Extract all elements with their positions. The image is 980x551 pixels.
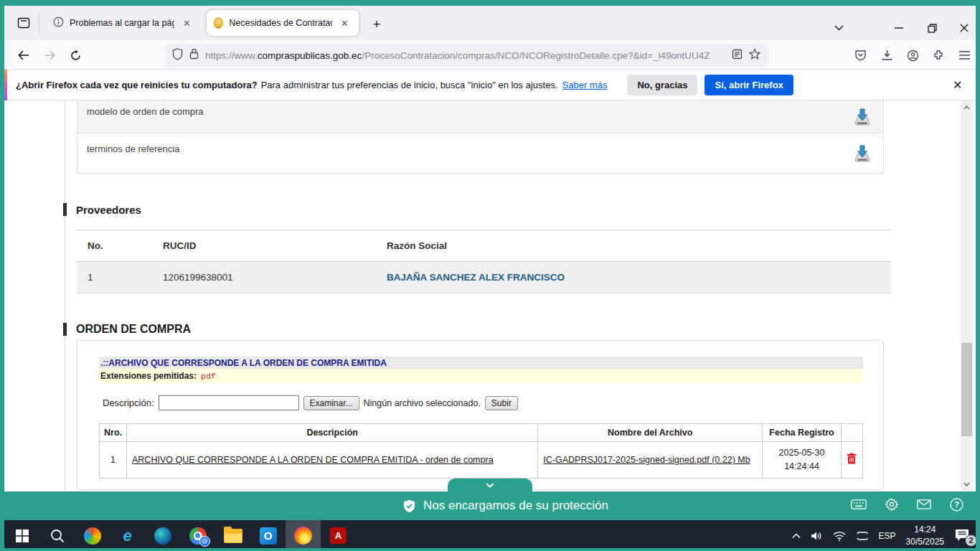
- url-text: https://www.compraspublicas.gob.ec/Proce…: [205, 50, 725, 61]
- lock-icon[interactable]: [189, 48, 199, 62]
- tab-title: Problemas al cargar la página: [70, 18, 174, 28]
- shield-icon[interactable]: [172, 48, 183, 63]
- col-nro: Nro.: [100, 424, 127, 442]
- no-gracias-button[interactable]: No, gracias: [627, 75, 697, 95]
- wifi-icon[interactable]: [833, 531, 846, 541]
- taskbar-file-explorer-icon[interactable]: [215, 520, 250, 551]
- razon-social-link[interactable]: BAJAÑA SANCHEZ ALEX FRANCISCO: [387, 272, 565, 283]
- menu-hamburger-icon[interactable]: [953, 46, 975, 65]
- cast-display-icon[interactable]: [856, 531, 869, 541]
- notification-close-icon[interactable]: ✕: [953, 78, 962, 92]
- no-file-text: Ningún archivo seleccionado.: [364, 398, 481, 408]
- notification-accent-stripe: [4, 70, 7, 100]
- notification-bar: ¿Abrir Firefox cada vez que reinicies tu…: [4, 70, 976, 100]
- settings-gear-icon[interactable]: [885, 498, 898, 514]
- navigation-toolbar: https://www.compraspublicas.gob.ec/Proce…: [4, 40, 976, 70]
- start-button[interactable]: [4, 520, 39, 551]
- tab-bar: Problemas al cargar la página ✕ Necesida…: [4, 6, 976, 40]
- protection-bar: Nos encargamos de su protección ?: [4, 491, 976, 520]
- notification-message: Para administrar tus preferencias de ini…: [261, 80, 558, 90]
- taskbar-search-icon[interactable]: [39, 520, 75, 551]
- screenshare-border-right: [976, 0, 980, 551]
- table-row: 1 ARCHIVO QUE CORRESPONDE A LA ORDEN DE …: [100, 442, 863, 479]
- attachment-row-modelo: modelo de orden de compra: [77, 100, 884, 133]
- tab-necesidades-active[interactable]: Necesidades de Contratación y ✕: [207, 10, 359, 36]
- shield-check-icon: [401, 498, 417, 514]
- proveedores-table: No. RUC/ID Razón Social 1 1206199638001 …: [77, 230, 891, 293]
- taskbar-firefox-icon[interactable]: [286, 520, 321, 551]
- taskbar-edge-icon[interactable]: [145, 520, 180, 551]
- new-tab-button[interactable]: +: [367, 16, 386, 33]
- cell-ruc: 1206199638001: [163, 262, 387, 293]
- pocket-icon[interactable]: [849, 46, 871, 65]
- archivo-header-band: .::ARCHIVO QUE CORRESPONDE A LA ORDEN DE…: [99, 357, 863, 369]
- forward-icon[interactable]: [39, 46, 60, 65]
- tab-close-icon[interactable]: ✕: [180, 17, 194, 30]
- extensions-icon[interactable]: [928, 46, 949, 65]
- table-header-row: Nro. Descripción Nombre del Archivo Fech…: [100, 424, 863, 442]
- archivo-file-link[interactable]: IC-GADPRSJ017-2025-signed-signed.pdf (0.…: [543, 455, 750, 465]
- language-indicator[interactable]: ESP: [879, 531, 896, 541]
- saber-mas-link[interactable]: Saber más: [562, 80, 608, 90]
- system-tray: ESP 14:24 30/5/2025 2: [792, 524, 980, 547]
- si-abrir-firefox-button[interactable]: Sí, abrir Firefox: [705, 75, 793, 95]
- scroll-up-icon[interactable]: [961, 102, 973, 113]
- reader-view-icon[interactable]: [732, 49, 743, 62]
- tab-close-icon[interactable]: ✕: [338, 17, 352, 30]
- list-all-tabs-icon[interactable]: [828, 19, 849, 37]
- ecuador-crest-favicon: [214, 17, 223, 29]
- fecha-time: 14:24:44: [784, 461, 819, 471]
- page-content: modelo de orden de compra terminos de re…: [4, 100, 961, 491]
- scroll-down-icon[interactable]: [961, 479, 973, 490]
- chrome-profile-badge: @: [199, 536, 210, 547]
- firefox-view-icon[interactable]: [14, 14, 33, 32]
- col-ruc: RUC/ID: [163, 230, 387, 262]
- downloads-icon[interactable]: [876, 46, 897, 65]
- subir-button[interactable]: Subir: [485, 396, 518, 410]
- download-file-icon[interactable]: [852, 143, 873, 164]
- restore-button[interactable]: [921, 19, 943, 37]
- taskbar-acrobat-icon[interactable]: A: [321, 520, 356, 551]
- scrollbar-thumb[interactable]: [961, 343, 972, 436]
- attachment-row-terminos: terminos de referencia: [77, 133, 884, 174]
- proveedores-section-header: Proveedores: [63, 203, 141, 216]
- descripcion-input[interactable]: [159, 395, 299, 410]
- col-archivo: Nombre del Archivo: [538, 424, 763, 442]
- notification-center-icon[interactable]: 2: [954, 528, 973, 544]
- help-icon[interactable]: ?: [950, 498, 963, 514]
- download-file-icon[interactable]: [852, 106, 873, 128]
- orden-upload-panel: .::ARCHIVO QUE CORRESPONDE A LA ORDEN DE…: [77, 340, 884, 490]
- page-scrollbar[interactable]: [961, 100, 973, 491]
- extensiones-value: pdf: [201, 372, 216, 381]
- windows-taskbar: e @ O A: [0, 520, 980, 551]
- tray-chevron-up-icon[interactable]: [792, 533, 801, 539]
- examinar-button[interactable]: Examinar...: [303, 396, 359, 410]
- container-border: [65, 100, 65, 491]
- taskbar-outlook-icon[interactable]: O: [250, 520, 286, 551]
- url-bar[interactable]: https://www.compraspublicas.gob.ec/Proce…: [165, 44, 768, 67]
- delete-trash-icon[interactable]: [847, 456, 857, 466]
- descripcion-file-link[interactable]: ARCHIVO QUE CORRESPONDE A LA ORDEN DE CO…: [132, 455, 494, 465]
- back-icon[interactable]: [13, 46, 34, 65]
- bookmark-star-icon[interactable]: [749, 48, 760, 62]
- notification-question: ¿Abrir Firefox cada vez que reinicies tu…: [16, 80, 258, 90]
- section-marker: [63, 203, 67, 216]
- extensiones-band: Extensiones pemitidas: pdf: [99, 369, 863, 383]
- taskbar-chrome-icon[interactable]: @: [180, 520, 215, 551]
- minimize-button[interactable]: [888, 19, 910, 37]
- taskbar-copilot-icon[interactable]: [75, 520, 110, 551]
- keyboard-icon[interactable]: [851, 499, 867, 512]
- section-marker: [63, 323, 67, 336]
- reload-icon[interactable]: [65, 46, 86, 65]
- extensiones-label: Extensiones pemitidas:: [100, 371, 197, 381]
- close-window-button[interactable]: [953, 19, 975, 37]
- protection-bar-expand-tab[interactable]: [448, 479, 532, 491]
- account-icon[interactable]: [902, 46, 923, 65]
- mail-envelope-icon[interactable]: [917, 499, 931, 512]
- clock[interactable]: 14:24 30/5/2025: [906, 524, 944, 547]
- tab-problemas[interactable]: Problemas al cargar la página ✕: [46, 10, 201, 36]
- taskbar-internet-explorer-icon[interactable]: e: [110, 520, 145, 551]
- cell-no: 1: [77, 262, 163, 293]
- volume-icon[interactable]: [811, 531, 823, 541]
- uploaded-files-table: Nro. Descripción Nombre del Archivo Fech…: [99, 423, 863, 479]
